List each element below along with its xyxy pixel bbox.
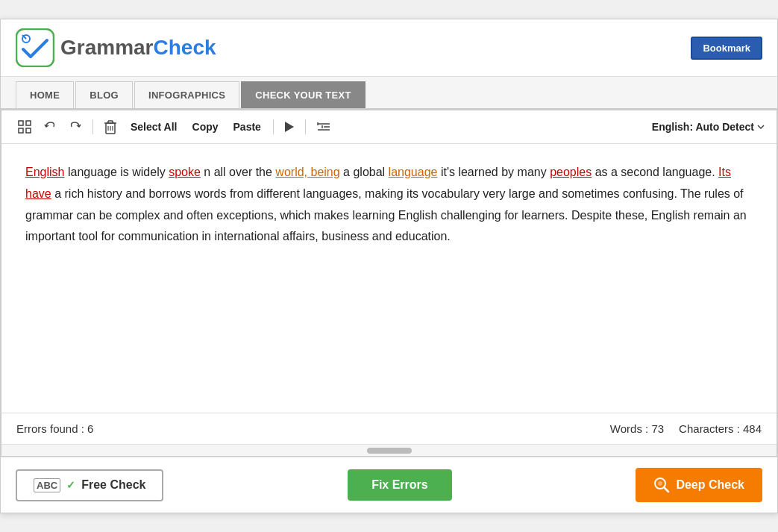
svg-line-22 xyxy=(664,487,668,492)
redo-icon xyxy=(69,120,82,134)
svg-marker-15 xyxy=(285,122,294,132)
paste-button[interactable]: Paste xyxy=(228,118,267,136)
svg-rect-3 xyxy=(19,121,23,125)
text-static-6: a rich history and borrows words from di… xyxy=(25,187,747,243)
error-spoke[interactable]: spoke xyxy=(169,166,201,178)
free-check-label: Free Check xyxy=(81,478,145,492)
logo: GrammarCheck xyxy=(16,28,216,67)
status-right: Words : 73 Characters : 484 xyxy=(610,422,762,435)
error-language[interactable]: language xyxy=(389,166,438,178)
fullscreen-button[interactable] xyxy=(13,117,36,137)
separator-2 xyxy=(273,119,274,134)
error-english[interactable]: English xyxy=(25,166,64,178)
tab-home[interactable]: HOME xyxy=(16,81,74,108)
text-static-5: as a second language. xyxy=(595,166,718,178)
language-label: English: Auto Detect xyxy=(652,121,754,133)
play-button[interactable] xyxy=(280,118,299,136)
free-check-button[interactable]: ABC ✓ Free Check xyxy=(16,469,163,501)
nav-tabs: HOME BLOG INFOGRAPHICS CHECK YOUR TEXT xyxy=(1,77,777,110)
checkmark-icon: ✓ xyxy=(66,479,75,491)
tab-blog[interactable]: BLOG xyxy=(75,81,133,108)
header: GrammarCheck Bookmark xyxy=(1,19,777,77)
status-bar: Errors found : 6 Words : 73 Characters :… xyxy=(1,413,777,444)
logo-check-text: Check xyxy=(154,36,216,59)
text-static-2: n all over the xyxy=(204,166,275,178)
delete-button[interactable] xyxy=(99,116,122,137)
logo-text: GrammarCheck xyxy=(60,36,216,60)
logo-grammar: Grammar xyxy=(60,36,154,59)
undo-icon xyxy=(43,120,57,134)
logo-icon xyxy=(16,28,54,67)
trash-icon xyxy=(104,119,117,134)
errors-found-label: Errors found : 6 xyxy=(16,422,93,435)
abc-icon: ABC xyxy=(34,478,60,492)
svg-rect-0 xyxy=(16,29,54,66)
error-world-being[interactable]: world, being xyxy=(275,166,339,178)
select-all-button[interactable]: Select All xyxy=(125,118,183,136)
deep-check-label: Deep Check xyxy=(676,478,744,492)
main-window: GrammarCheck Bookmark HOME BLOG INFOGRAP… xyxy=(0,19,778,513)
deep-check-button[interactable]: Deep Check xyxy=(636,468,762,502)
editor-container: Select All Copy Paste xyxy=(1,110,777,457)
words-count-label: Words : 73 xyxy=(610,422,664,435)
text-paragraph: English language is widely spoke n all o… xyxy=(25,162,753,248)
chevron-down-icon xyxy=(757,125,765,129)
copy-button[interactable]: Copy xyxy=(186,118,225,136)
svg-rect-5 xyxy=(19,128,23,133)
characters-count-label: Characters : 484 xyxy=(679,422,762,435)
separator-3 xyxy=(305,119,306,134)
play-icon xyxy=(284,121,295,133)
text-static-4: it's learned by many xyxy=(441,166,550,178)
scrollbar-thumb[interactable] xyxy=(367,448,412,454)
fix-errors-button[interactable]: Fix Errors xyxy=(348,469,452,501)
separator-1 xyxy=(92,119,93,134)
more-options-icon xyxy=(316,120,331,134)
redo-button[interactable] xyxy=(64,117,87,137)
svg-point-23 xyxy=(658,481,662,486)
more-options-button[interactable] xyxy=(312,117,336,137)
fullscreen-icon xyxy=(18,120,31,134)
text-static-3: a global xyxy=(343,166,389,178)
scrollbar-area[interactable] xyxy=(1,444,777,456)
svg-rect-6 xyxy=(26,128,31,133)
text-static-1: language is widely xyxy=(68,166,169,178)
toolbar: Select All Copy Paste xyxy=(1,110,777,144)
text-area[interactable]: English language is widely spoke n all o… xyxy=(1,144,777,413)
error-peoples[interactable]: peoples xyxy=(550,166,592,178)
tab-infographics[interactable]: INFOGRAPHICS xyxy=(134,81,239,108)
svg-rect-4 xyxy=(26,121,31,125)
action-bar: ABC ✓ Free Check Fix Errors Deep Check xyxy=(1,457,777,513)
search-icon xyxy=(653,477,670,493)
undo-button[interactable] xyxy=(39,117,61,137)
language-selector[interactable]: English: Auto Detect xyxy=(652,121,765,133)
bookmark-button[interactable]: Bookmark xyxy=(691,37,762,60)
tab-check-your-text[interactable]: CHECK YOUR TEXT xyxy=(241,81,366,108)
